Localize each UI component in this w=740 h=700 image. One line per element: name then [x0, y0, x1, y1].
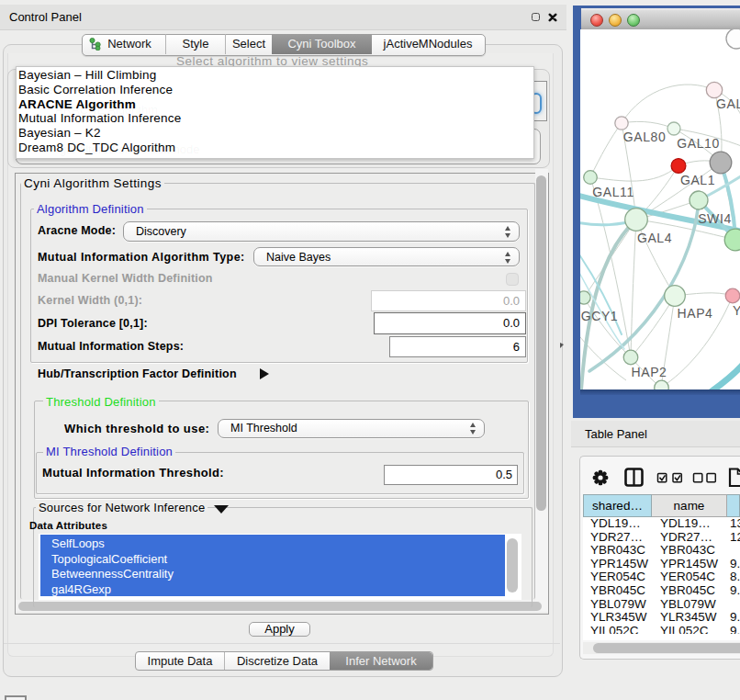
- svg-text:HAP4: HAP4: [678, 306, 713, 321]
- svg-text:HAP2: HAP2: [632, 365, 667, 379]
- svg-text:Y: Y: [733, 303, 740, 318]
- svg-text:GAL80: GAL80: [623, 130, 667, 144]
- svg-text:GAL7: GAL7: [716, 96, 740, 111]
- svg-text:GAL10: GAL10: [677, 136, 720, 151]
- svg-text:GAL11: GAL11: [592, 185, 634, 199]
- svg-text:GAL4: GAL4: [637, 231, 672, 245]
- svg-text:SWI4: SWI4: [698, 211, 732, 226]
- svg-text:GAL1: GAL1: [680, 173, 715, 187]
- svg-text:GCY1: GCY1: [581, 309, 619, 323]
